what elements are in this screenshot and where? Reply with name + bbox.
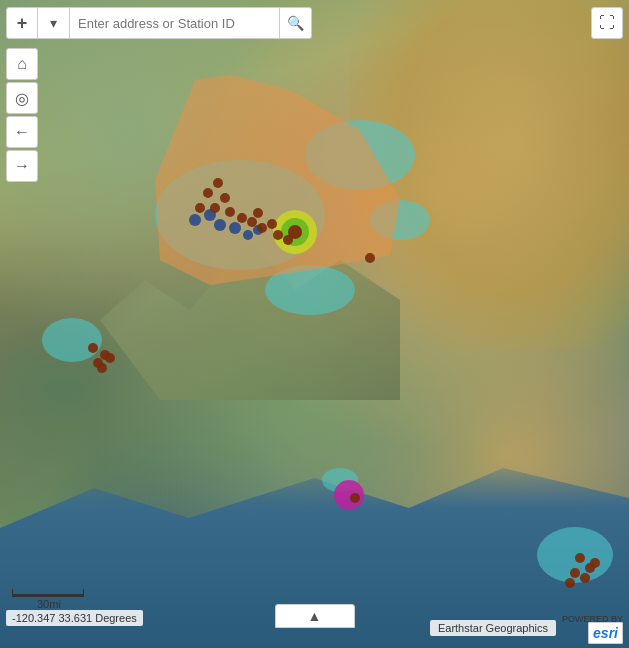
svg-point-26 xyxy=(267,219,277,229)
home-button[interactable]: ⌂ xyxy=(6,48,38,80)
svg-point-4 xyxy=(42,318,102,362)
svg-point-31 xyxy=(88,343,98,353)
svg-point-38 xyxy=(575,553,585,563)
scale-label: 30mi xyxy=(12,598,61,610)
svg-point-18 xyxy=(220,193,230,203)
svg-point-37 xyxy=(350,493,360,503)
svg-point-16 xyxy=(213,178,223,188)
powered-by-label: POWERED BY esri xyxy=(562,614,623,642)
svg-point-27 xyxy=(273,230,283,240)
search-input[interactable] xyxy=(70,7,280,39)
svg-point-24 xyxy=(253,208,263,218)
svg-point-13 xyxy=(229,222,241,234)
collapse-panel-button[interactable]: ▲ xyxy=(275,604,355,628)
svg-point-36 xyxy=(334,480,364,510)
svg-point-43 xyxy=(590,558,600,568)
toolbar: + ▾ 🔍 ⛶ xyxy=(6,6,623,40)
svg-point-17 xyxy=(203,188,213,198)
fullscreen-icon: ⛶ xyxy=(599,14,615,32)
svg-point-10 xyxy=(189,214,201,226)
esri-logo: esri xyxy=(588,622,623,644)
svg-point-34 xyxy=(105,353,115,363)
earthstar-attribution: Earthstar Geographics xyxy=(430,620,556,636)
search-icon: 🔍 xyxy=(287,15,304,31)
home-icon: ⌂ xyxy=(17,55,27,73)
map-overlay xyxy=(0,0,629,648)
scale-bar: 30mi xyxy=(12,585,84,610)
svg-point-21 xyxy=(225,207,235,217)
forward-button[interactable]: → xyxy=(6,150,38,182)
svg-point-14 xyxy=(243,230,253,240)
svg-point-29 xyxy=(365,253,375,263)
dropdown-button[interactable]: ▾ xyxy=(38,7,70,39)
locate-icon: ◎ xyxy=(15,89,29,108)
nav-buttons: ⌂ ◎ ← → xyxy=(6,48,38,182)
svg-point-23 xyxy=(247,217,257,227)
back-button[interactable]: ← xyxy=(6,116,38,148)
zoom-in-button[interactable]: + xyxy=(6,7,38,39)
svg-point-12 xyxy=(214,219,226,231)
back-icon: ← xyxy=(14,123,30,141)
svg-point-25 xyxy=(257,223,267,233)
svg-point-30 xyxy=(288,225,302,239)
scale-line xyxy=(12,585,84,597)
attribution: Earthstar Geographics POWERED BY esri xyxy=(430,614,623,642)
svg-point-40 xyxy=(570,568,580,578)
search-button[interactable]: 🔍 xyxy=(280,7,312,39)
locate-button[interactable]: ◎ xyxy=(6,82,38,114)
map-container[interactable]: + ▾ 🔍 ⛶ ⌂ ◎ ← → 30mi -120 xyxy=(0,0,629,648)
coordinates-text: -120.347 33.631 Degrees xyxy=(12,612,137,624)
collapse-icon: ▲ xyxy=(308,608,322,624)
svg-marker-7 xyxy=(155,75,400,285)
svg-point-19 xyxy=(210,203,220,213)
svg-point-41 xyxy=(580,573,590,583)
svg-point-42 xyxy=(565,578,575,588)
svg-point-20 xyxy=(195,203,205,213)
forward-icon: → xyxy=(14,157,30,175)
svg-point-35 xyxy=(97,363,107,373)
fullscreen-button[interactable]: ⛶ xyxy=(591,7,623,39)
svg-point-22 xyxy=(237,213,247,223)
coordinates-display: -120.347 33.631 Degrees xyxy=(6,610,143,626)
